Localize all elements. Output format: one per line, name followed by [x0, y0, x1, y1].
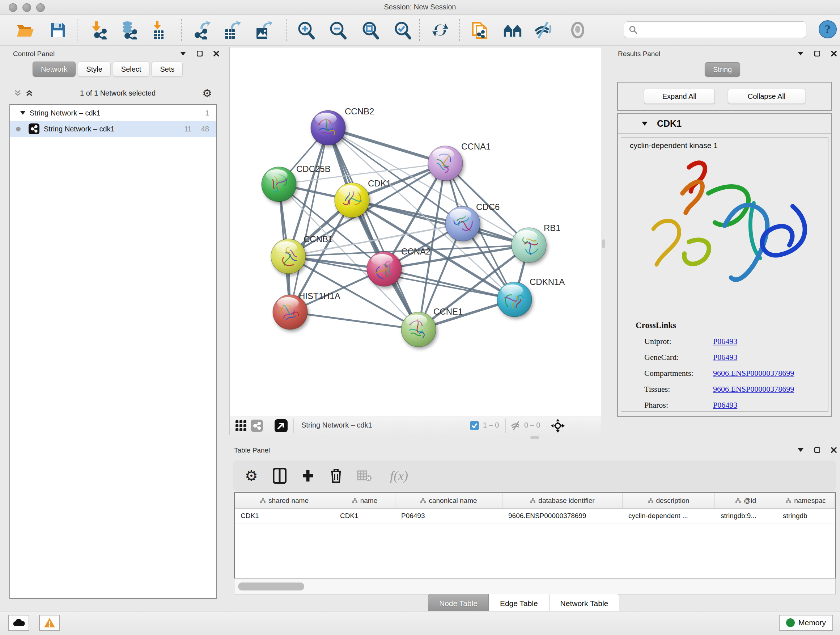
- column-header-database-identifier[interactable]: database identifier: [502, 493, 622, 508]
- zoom-fit-icon[interactable]: [361, 21, 379, 40]
- network-node-CDKN1A[interactable]: CDKN1A: [497, 277, 565, 317]
- column-header-label: name: [360, 497, 378, 505]
- birds-eye-crosshair-icon[interactable]: [551, 419, 565, 432]
- refresh-layout-icon[interactable]: [431, 21, 450, 40]
- show-details-eye-icon[interactable]: [568, 21, 587, 40]
- save-session-icon[interactable]: [49, 21, 67, 40]
- import-table-icon[interactable]: [150, 21, 169, 40]
- import-network-file-icon[interactable]: [90, 21, 109, 40]
- column-header-label: shared name: [268, 497, 309, 505]
- vertical-splitter-handle[interactable]: [602, 239, 605, 248]
- export-image-icon[interactable]: [254, 21, 272, 40]
- results-actions-box: Expand All Collapse All: [617, 82, 832, 111]
- network-options-gear-icon[interactable]: ⚙: [202, 87, 212, 100]
- table-panel-menu-icon[interactable]: [797, 447, 804, 454]
- column-header-description[interactable]: description: [622, 493, 715, 508]
- node-label-CCNB1: CCNB1: [303, 234, 333, 244]
- results-entry-header[interactable]: CDK1: [618, 114, 831, 134]
- crosslink-value-link[interactable]: P06493: [713, 353, 737, 362]
- grid-view-icon[interactable]: [235, 420, 246, 431]
- control-panel-title-text: Control Panel: [13, 50, 55, 57]
- tab-network[interactable]: Network: [33, 62, 76, 77]
- tab-network-table[interactable]: Network Table: [549, 594, 620, 613]
- cloud-status-button[interactable]: [8, 615, 29, 631]
- network-view-share-icon[interactable]: [251, 420, 263, 432]
- memory-label: Memory: [798, 618, 826, 627]
- network-node-HIST1H1A[interactable]: HIST1H1A: [273, 291, 340, 329]
- network-graph[interactable]: CCNB2CCNA1CDC25BCDK1CDC6RB1CCNB1CCNA2CDK…: [230, 48, 601, 416]
- column-header-shared-name[interactable]: shared name: [235, 493, 334, 508]
- network-node-CCNA1[interactable]: CCNA1: [428, 141, 491, 181]
- tree-expand-arrow-icon[interactable]: [20, 111, 25, 115]
- collapse-all-button[interactable]: Collapse All: [728, 89, 805, 104]
- tab-sets[interactable]: Sets: [152, 62, 183, 77]
- column-header-namespac[interactable]: namespac: [777, 493, 835, 508]
- horizontal-splitter-handle[interactable]: [531, 436, 539, 439]
- zoom-selected-icon[interactable]: [393, 21, 412, 40]
- show-hide-graphics-icon[interactable]: [503, 21, 522, 40]
- tab-style[interactable]: Style: [78, 62, 111, 77]
- column-type-icon: [530, 498, 535, 503]
- zoom-out-icon[interactable]: [328, 21, 347, 40]
- memory-button[interactable]: Memory: [779, 615, 833, 631]
- expand-all-button[interactable]: Expand All: [644, 89, 715, 104]
- expand-all-chevron-icon[interactable]: [25, 89, 33, 97]
- network-tree-child-row[interactable]: String Network – cdk1 11 48: [10, 121, 216, 137]
- table-function-icon: f(x): [385, 468, 414, 484]
- results-panel-menu-icon[interactable]: [797, 50, 804, 57]
- import-network-database-icon[interactable]: [119, 21, 138, 40]
- node-label-HIST1H1A: HIST1H1A: [299, 291, 340, 301]
- selected-checkbox-icon[interactable]: [470, 421, 479, 430]
- column-header-label: database identifier: [538, 497, 594, 505]
- search-input[interactable]: [638, 25, 806, 35]
- hide-details-eye-slash-icon[interactable]: [533, 21, 552, 40]
- table-horizontal-scrollbar[interactable]: [234, 578, 836, 594]
- table-settings-gear-icon[interactable]: ⚙: [243, 468, 259, 484]
- results-entry-body: cyclin-dependent kinase 1 CrossLinks Uni…: [621, 137, 829, 412]
- control-panel-close-icon[interactable]: [213, 50, 220, 57]
- network-tree: String Network – cdk1 1 String Network –…: [9, 104, 217, 599]
- toolbar-separator: [181, 19, 182, 41]
- column-header-canonical-name[interactable]: canonical name: [395, 493, 502, 508]
- control-panel-menu-icon[interactable]: [180, 50, 187, 57]
- results-panel-close-icon[interactable]: [830, 50, 837, 57]
- network-node-CDC25B[interactable]: CDC25B: [262, 164, 331, 202]
- detach-view-icon[interactable]: [275, 419, 287, 432]
- results-panel-float-icon[interactable]: [813, 50, 821, 57]
- network-tree-root-row[interactable]: String Network – cdk1 1: [10, 105, 216, 121]
- column-header--id[interactable]: @id: [715, 493, 777, 508]
- table-panel-float-icon[interactable]: [813, 447, 821, 454]
- tab-select[interactable]: Select: [113, 62, 150, 77]
- tab-string[interactable]: String: [705, 62, 740, 77]
- scrollbar-thumb[interactable]: [238, 583, 304, 591]
- collapse-all-chevron-icon[interactable]: [14, 89, 22, 97]
- table-add-icon[interactable]: [300, 468, 316, 484]
- network-node-RB1[interactable]: RB1: [512, 223, 561, 263]
- hidden-eye-slash-icon[interactable]: [510, 421, 521, 431]
- table-row[interactable]: CDK1CDK1P064939606.ENSP00000378699cyclin…: [235, 509, 835, 524]
- zoom-in-icon[interactable]: [296, 21, 315, 40]
- help-icon[interactable]: ?: [818, 20, 837, 39]
- crosslink-value-link[interactable]: P06493: [713, 337, 737, 346]
- control-panel-float-icon[interactable]: [196, 50, 203, 57]
- crosslink-value-link[interactable]: P06493: [713, 401, 737, 410]
- crosslink-value-link[interactable]: 9606.ENSP00000378699: [713, 385, 794, 394]
- warnings-button[interactable]: [39, 615, 60, 631]
- node-label-CDKN1A: CDKN1A: [530, 277, 565, 287]
- network-node-CDK1[interactable]: CDK1: [335, 179, 391, 218]
- toolbar-search-field[interactable]: [624, 21, 806, 38]
- clone-network-icon[interactable]: [471, 21, 489, 40]
- entry-collapse-arrow-icon[interactable]: [642, 122, 647, 126]
- protein-structure-image: [627, 156, 822, 311]
- export-network-icon[interactable]: [193, 21, 211, 40]
- tab-edge-table[interactable]: Edge Table: [489, 594, 549, 613]
- tab-node-table[interactable]: Node Table: [428, 594, 489, 613]
- column-header-name[interactable]: name: [334, 493, 395, 508]
- table-columns-icon[interactable]: [272, 468, 287, 484]
- table-panel-close-icon[interactable]: [830, 447, 837, 454]
- network-canvas[interactable]: CCNB2CCNA1CDC25BCDK1CDC6RB1CCNB1CCNA2CDK…: [229, 47, 601, 416]
- export-table-icon[interactable]: [222, 21, 241, 40]
- crosslink-value-link[interactable]: 9606.ENSP00000378699: [713, 369, 794, 378]
- open-session-icon[interactable]: [16, 21, 35, 40]
- table-delete-icon[interactable]: [328, 468, 344, 484]
